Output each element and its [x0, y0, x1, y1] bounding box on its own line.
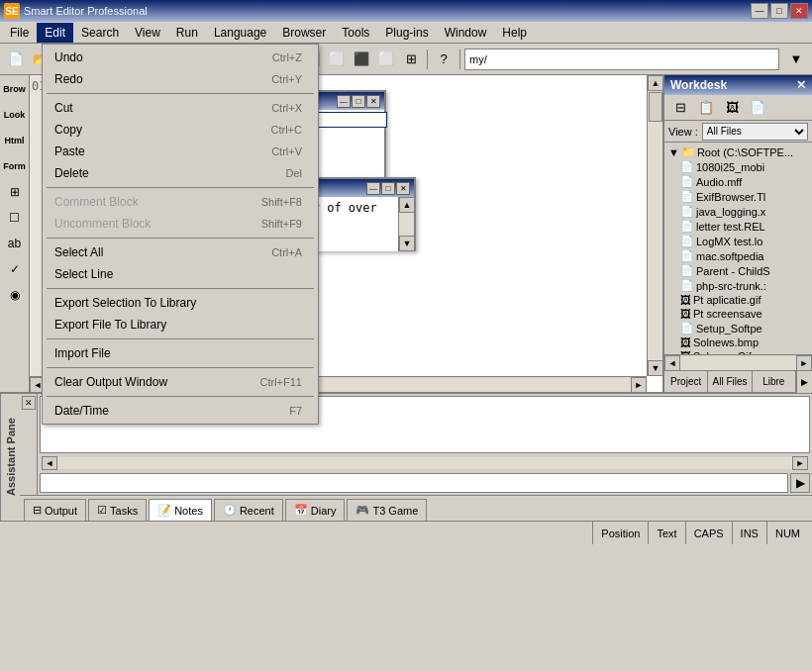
- wd-btn-1[interactable]: ⊟: [668, 96, 692, 120]
- scroll-thumb[interactable]: [649, 92, 662, 122]
- scroll-up-btn[interactable]: ▲: [648, 75, 663, 91]
- menu-edit[interactable]: Edit: [37, 23, 73, 43]
- file-max-btn[interactable]: □: [381, 182, 395, 195]
- menu-item-comment-block[interactable]: Comment Block Shift+F8: [43, 191, 318, 213]
- sidebar-html[interactable]: Html: [3, 129, 27, 152]
- editor-vscroll[interactable]: ▲ ▼: [647, 75, 662, 376]
- browser-close-btn[interactable]: ✕: [366, 95, 380, 108]
- tree-file-11[interactable]: 📄Setup_Softpe: [666, 321, 810, 336]
- assistant-hscroll[interactable]: ◄ ►: [40, 455, 810, 471]
- menu-item-uncomment-block[interactable]: Uncomment Block Shift+F9: [43, 213, 318, 235]
- wd-btn-2[interactable]: 📋: [694, 96, 718, 120]
- menu-item-copy[interactable]: Copy Ctrl+C: [43, 119, 318, 141]
- sidebar-browse[interactable]: Brow: [3, 77, 27, 101]
- tool-btn-4[interactable]: ⊞: [399, 48, 423, 71]
- sidebar-icon-1[interactable]: ⊞: [3, 180, 27, 204]
- menu-item-select-line[interactable]: Select Line: [43, 263, 318, 285]
- menu-item-delete[interactable]: Delete Del: [43, 162, 318, 184]
- file-close-btn[interactable]: ✕: [396, 182, 410, 195]
- tab-t3game[interactable]: 🎮 T3 Game: [347, 499, 427, 521]
- tree-file-6[interactable]: 📄mac.softpedia: [666, 248, 810, 263]
- menu-tools[interactable]: Tools: [334, 23, 377, 43]
- menu-item-undo[interactable]: Undo Ctrl+Z: [43, 47, 318, 68]
- menu-browser[interactable]: Browser: [274, 23, 334, 43]
- sidebar-icon-3[interactable]: ab: [3, 232, 27, 255]
- tab-tasks[interactable]: ☑ Tasks: [88, 499, 147, 521]
- file-scroll-down[interactable]: ▼: [399, 236, 415, 251]
- workdesk-hscroll[interactable]: ◄ ►: [664, 354, 812, 370]
- menu-plugins[interactable]: Plug-ins: [377, 23, 436, 43]
- menu-item-select-all[interactable]: Select All Ctrl+A: [43, 241, 318, 263]
- menu-language[interactable]: Language: [206, 23, 274, 43]
- file-min-btn[interactable]: —: [366, 182, 380, 195]
- help-btn[interactable]: ?: [432, 48, 456, 71]
- workdesk-tab-allfiles[interactable]: All Files: [708, 371, 752, 392]
- file-tree[interactable]: ▼ 📁 Root (C:\SOFTPE... 📄1080i25_mobi 📄Au…: [664, 143, 812, 354]
- tree-root[interactable]: ▼ 📁 Root (C:\SOFTPE...: [666, 144, 810, 159]
- file-scroll-up[interactable]: ▲: [399, 197, 415, 213]
- menu-run[interactable]: Run: [168, 23, 206, 43]
- tree-file-1[interactable]: 📄Audio.mff: [666, 174, 810, 189]
- menu-help[interactable]: Help: [494, 23, 535, 43]
- assistant-input[interactable]: [40, 473, 788, 493]
- address-dropdown[interactable]: ▼: [784, 48, 808, 71]
- tree-file-8[interactable]: 📄php-src-trunk.:: [666, 278, 810, 293]
- tree-file-3[interactable]: 📄java_logging.x: [666, 204, 810, 219]
- tree-file-7[interactable]: 📄Parent - ChildS: [666, 263, 810, 278]
- tree-file-2[interactable]: 📄ExifBrowser.Tl: [666, 189, 810, 204]
- wd-hscroll-left[interactable]: ◄: [664, 355, 680, 371]
- tab-diary[interactable]: 📅 Diary: [285, 499, 346, 521]
- wd-tabs-scroll[interactable]: ▶: [796, 371, 812, 393]
- tree-file-10[interactable]: 🖼Pt screensave: [666, 307, 810, 321]
- sidebar-icon-4[interactable]: ✓: [3, 257, 27, 281]
- tab-notes[interactable]: 📝 Notes: [149, 499, 212, 521]
- tree-file-4[interactable]: 📄letter test.REL: [666, 219, 810, 234]
- maximize-button[interactable]: □: [770, 3, 788, 19]
- workdesk-view-select[interactable]: All Files Project Recent: [702, 123, 808, 141]
- browser-max-btn[interactable]: □: [352, 95, 365, 108]
- assistant-close-btn[interactable]: ✕: [22, 396, 36, 410]
- hscroll-right-btn[interactable]: ►: [631, 377, 647, 393]
- tree-file-12[interactable]: 🖼Solnews.bmp: [666, 336, 810, 349]
- tree-file-9[interactable]: 🖼Pt aplicatie.gif: [666, 293, 810, 307]
- close-button[interactable]: ✕: [790, 3, 808, 19]
- sidebar-form[interactable]: Form: [3, 154, 27, 178]
- sidebar-icon-5[interactable]: ◉: [3, 283, 27, 307]
- tool-btn-2[interactable]: ⬛: [350, 48, 373, 71]
- new-file-button[interactable]: 📄: [4, 48, 28, 71]
- tab-recent[interactable]: 🕐 Recent: [214, 499, 283, 521]
- assist-hscroll-right[interactable]: ►: [792, 456, 808, 470]
- browser-min-btn[interactable]: —: [337, 95, 351, 108]
- wd-btn-3[interactable]: 🖼: [720, 96, 744, 120]
- tool-btn-1[interactable]: ⬜: [325, 48, 349, 71]
- tab-output[interactable]: ⊟ Output: [24, 499, 86, 521]
- menu-item-clear-output[interactable]: Clear Output Window Ctrl+F11: [43, 371, 318, 393]
- tool-btn-3[interactable]: ⬜: [374, 48, 398, 71]
- wd-btn-4[interactable]: 📄: [746, 96, 769, 120]
- workdesk-close-btn[interactable]: ✕: [796, 78, 806, 92]
- file-vscroll[interactable]: ▲ ▼: [398, 197, 414, 251]
- menu-item-export-file[interactable]: Export File To Library: [43, 314, 318, 336]
- menu-item-redo[interactable]: Redo Ctrl+Y: [43, 68, 318, 90]
- menu-file[interactable]: File: [2, 23, 37, 43]
- menu-view[interactable]: View: [127, 23, 168, 43]
- menu-item-datetime[interactable]: Date/Time F7: [43, 400, 318, 422]
- workdesk-tab-project[interactable]: Project: [664, 371, 708, 392]
- scroll-down-btn[interactable]: ▼: [648, 360, 663, 376]
- workdesk-tab-libre[interactable]: Libre: [753, 371, 796, 392]
- menu-item-cut[interactable]: Cut Ctrl+X: [43, 97, 318, 119]
- address-bar[interactable]: [464, 48, 779, 70]
- wd-hscroll-right[interactable]: ►: [796, 355, 812, 371]
- menu-window[interactable]: Window: [437, 23, 495, 43]
- menu-item-export-selection[interactable]: Export Selection To Library: [43, 292, 318, 314]
- assist-hscroll-left[interactable]: ◄: [42, 456, 57, 470]
- tree-file-0[interactable]: 📄1080i25_mobi: [666, 159, 810, 174]
- tree-file-5[interactable]: 📄LogMX test.lo: [666, 234, 810, 248]
- sidebar-look[interactable]: Look: [3, 103, 27, 127]
- menu-search[interactable]: Search: [73, 23, 127, 43]
- minimize-button[interactable]: —: [751, 3, 768, 19]
- assistant-go-btn[interactable]: ▶: [790, 473, 810, 493]
- menu-item-paste[interactable]: Paste Ctrl+V: [43, 141, 318, 162]
- menu-item-import-file[interactable]: Import File: [43, 342, 318, 364]
- sidebar-icon-2[interactable]: ☐: [3, 206, 27, 230]
